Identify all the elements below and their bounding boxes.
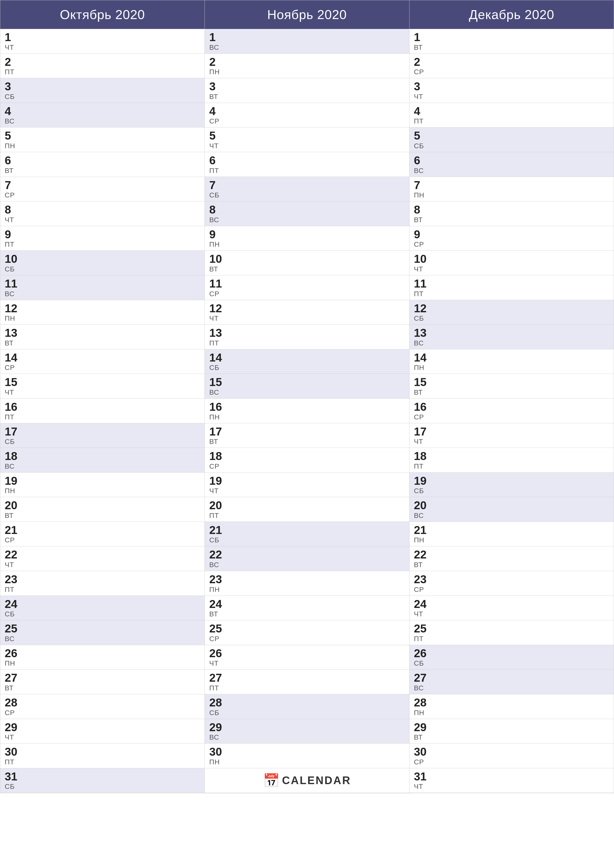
day-num-2-4: 5 [414,129,436,142]
day-num-0-1: 2 [5,56,27,68]
day-info-2-20: 21ПН [414,524,436,544]
day-row-2-24: 25ПТ [409,620,614,645]
day-num-2-19: 20 [414,499,436,512]
day-info-1-4: 5ЧТ [209,129,232,150]
day-name-1-26: ПТ [209,684,232,692]
day-name-2-20: ПН [414,536,436,544]
day-row-2-13: 14ПН [409,349,614,374]
day-info-2-4: 5СБ [414,129,436,150]
day-row-2-22: 23СР [409,571,614,596]
day-row-0-12: 13ВТ [0,325,205,349]
day-num-0-20: 21 [5,524,27,536]
day-info-1-23: 24ВТ [209,598,232,618]
day-info-2-14: 15ВТ [414,376,436,397]
day-info-0-12: 13ВТ [5,327,27,347]
day-row-1-2: 3ВТ [205,78,409,103]
day-num-2-10: 11 [414,277,436,290]
day-num-1-6: 7 [209,179,232,192]
day-info-0-3: 4ВС [5,105,27,126]
day-info-1-1: 2ПН [209,56,232,76]
day-num-2-7: 8 [414,203,436,216]
day-info-0-26: 27ВТ [5,671,27,692]
day-row-2-14: 15ВТ [409,374,614,398]
day-row-2-9: 10ЧТ [409,251,614,275]
day-info-1-26: 27ПТ [209,671,232,692]
day-num-0-11: 12 [5,302,27,315]
day-row-0-15: 16ПТ [0,398,205,423]
day-info-1-14: 15ВС [209,376,232,397]
month-header-1: Ноябрь 2020 [205,0,409,29]
day-info-2-7: 8ВТ [414,203,436,224]
day-row-0-26: 27ВТ [0,670,205,694]
day-row-1-11: 12ЧТ [205,300,409,325]
day-num-0-24: 25 [5,622,27,635]
day-info-1-9: 10ВТ [209,253,232,273]
day-name-2-21: ВТ [414,561,436,569]
day-num-2-11: 12 [414,302,436,315]
day-info-2-2: 3ЧТ [414,80,436,101]
day-row-2-29: 30СР [409,744,614,768]
calendar-logo-text: CALENDAR [282,774,351,787]
day-row-0-22: 23ПТ [0,571,205,596]
day-info-2-23: 24ЧТ [414,598,436,618]
day-num-2-12: 13 [414,327,436,339]
day-num-1-1: 2 [209,56,232,68]
day-num-2-17: 18 [414,450,436,462]
day-row-0-27: 28СР [0,694,205,719]
day-name-2-7: ВТ [414,216,436,224]
day-row-1-22: 23ПН [205,571,409,596]
day-num-1-7: 8 [209,203,232,216]
day-info-0-14: 15ЧТ [5,376,27,397]
day-name-1-13: СБ [209,364,232,372]
day-name-0-8: ПТ [5,240,27,248]
day-info-1-20: 21СБ [209,524,232,544]
day-row-2-15: 16СР [409,398,614,423]
day-info-0-9: 10СБ [5,253,27,273]
day-num-2-29: 30 [414,746,436,758]
day-num-2-21: 22 [414,548,436,561]
day-name-0-20: СР [5,536,27,544]
day-num-1-12: 13 [209,327,232,339]
day-num-0-29: 30 [5,746,27,758]
day-num-2-26: 27 [414,671,436,684]
day-name-1-9: ВТ [209,265,232,273]
day-info-0-4: 5ПН [5,129,27,150]
day-num-0-17: 18 [5,450,27,462]
day-num-2-9: 10 [414,253,436,265]
day-name-2-18: СБ [414,487,436,495]
day-row-1-26: 27ПТ [205,670,409,694]
day-num-1-10: 11 [209,277,232,290]
day-info-1-22: 23ПН [209,573,232,594]
day-name-2-30: ЧТ [414,783,436,790]
day-num-0-8: 9 [5,228,27,241]
day-info-0-11: 12ПН [5,302,27,322]
day-num-0-19: 20 [5,499,27,512]
day-row-1-7: 8ВС [205,202,409,226]
day-info-2-3: 4ПТ [414,105,436,126]
day-name-0-21: ЧТ [5,561,27,569]
day-name-0-5: ВТ [5,167,27,175]
day-name-2-6: ПН [414,191,436,199]
day-row-0-0: 1ЧТ [0,29,205,54]
day-num-1-19: 20 [209,499,232,512]
day-row-1-5: 6ПТ [205,152,409,177]
day-name-2-5: ВС [414,167,436,175]
day-info-0-27: 28СР [5,696,27,717]
day-info-1-27: 28СБ [209,696,232,717]
day-info-0-20: 21СР [5,524,27,544]
month-col-0: Октябрь 20201ЧТ2ПТ3СБ4ВС5ПН6ВТ7СР8ЧТ9ПТ1… [0,0,205,793]
day-name-0-9: СБ [5,265,27,273]
day-row-2-25: 26СБ [409,645,614,670]
day-num-0-9: 10 [5,253,27,265]
day-row-1-16: 17ВТ [205,423,409,448]
day-info-1-19: 20ПТ [209,499,232,519]
day-info-1-12: 13ПТ [209,327,232,347]
month-col-2: Декабрь 20201ВТ2СР3ЧТ4ПТ5СБ6ВС7ПН8ВТ9СР1… [409,0,614,793]
day-info-2-16: 17ЧТ [414,425,436,446]
day-name-2-12: ВС [414,339,436,347]
day-row-1-19: 20ПТ [205,497,409,522]
day-row-0-17: 18ВС [0,448,205,473]
month-header-2: Декабрь 2020 [409,0,614,29]
day-row-2-27: 28ПН [409,694,614,719]
day-info-2-5: 6ВС [414,154,436,175]
